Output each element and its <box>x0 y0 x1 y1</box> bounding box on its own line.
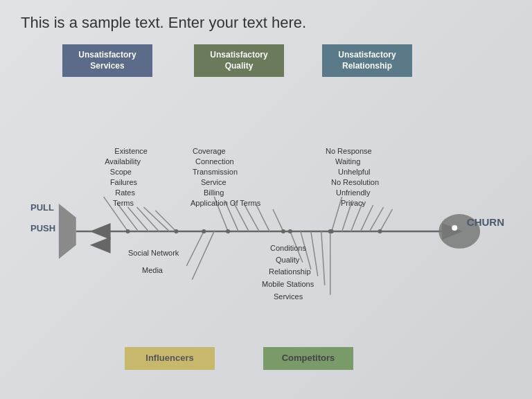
label-privacy: Privacy <box>341 199 366 207</box>
svg-line-37 <box>311 231 318 276</box>
label-app-of-terms: Application Of Terms <box>190 199 260 207</box>
pull-label: PULL <box>30 202 54 213</box>
svg-point-35 <box>288 229 292 233</box>
diagram-area: Unsatisfactory Services Unsatisfactory Q… <box>21 44 511 377</box>
label-scope: Scope <box>110 168 132 176</box>
svg-point-40 <box>328 229 332 233</box>
svg-marker-2 <box>90 223 111 240</box>
svg-line-38 <box>321 231 325 285</box>
label-terms: Terms <box>113 199 134 207</box>
label-no-resolution: No Resolution <box>331 178 379 186</box>
box-influencers: Influencers <box>125 347 215 370</box>
svg-point-8 <box>126 229 130 233</box>
svg-line-33 <box>192 231 214 280</box>
slide-title: This is a sample text. Enter your text h… <box>21 14 511 32</box>
fishbone-diagram <box>21 44 511 377</box>
svg-line-28 <box>370 207 384 231</box>
label-services: Services <box>274 292 303 301</box>
svg-point-5 <box>452 225 457 231</box>
svg-marker-6 <box>59 204 76 259</box>
label-social-network: Social Network <box>128 249 179 257</box>
label-mobile-stations: Mobile Stations <box>262 280 314 288</box>
svg-point-14 <box>174 229 178 233</box>
label-connection: Connection <box>195 157 234 166</box>
svg-line-27 <box>361 205 373 231</box>
box-competitors: Competitors <box>263 347 353 370</box>
label-billing: Billing <box>204 188 224 197</box>
label-no-response: No Response <box>326 147 372 155</box>
label-rates: Rates <box>115 188 135 197</box>
svg-marker-3 <box>90 237 111 254</box>
svg-line-29 <box>380 209 393 231</box>
label-transmission: Transmission <box>193 168 238 176</box>
label-service: Service <box>201 178 227 186</box>
label-waiting: Waiting <box>335 157 360 166</box>
label-unfriendly: Unfriendly <box>336 188 371 197</box>
churn-label: CHURN <box>467 216 504 228</box>
label-availability: Availability <box>105 157 141 166</box>
label-relationship: Relationship <box>269 267 311 276</box>
label-coverage: Coverage <box>193 147 226 155</box>
label-media: Media <box>142 266 163 274</box>
label-conditions: Conditions <box>270 244 306 252</box>
label-existence: Existence <box>114 147 148 155</box>
label-quality: Quality <box>276 256 299 264</box>
label-unhelpful: Unhelpful <box>338 168 370 176</box>
svg-point-22 <box>281 229 285 233</box>
label-failures: Failures <box>110 178 137 186</box>
svg-line-20 <box>256 204 269 231</box>
push-label: PUSH <box>30 223 55 233</box>
svg-line-10 <box>128 207 149 231</box>
svg-line-21 <box>273 209 283 231</box>
svg-point-16 <box>226 229 230 233</box>
slide: This is a sample text. Enter your text h… <box>0 0 532 399</box>
svg-point-30 <box>378 229 382 233</box>
svg-point-32 <box>202 229 206 233</box>
